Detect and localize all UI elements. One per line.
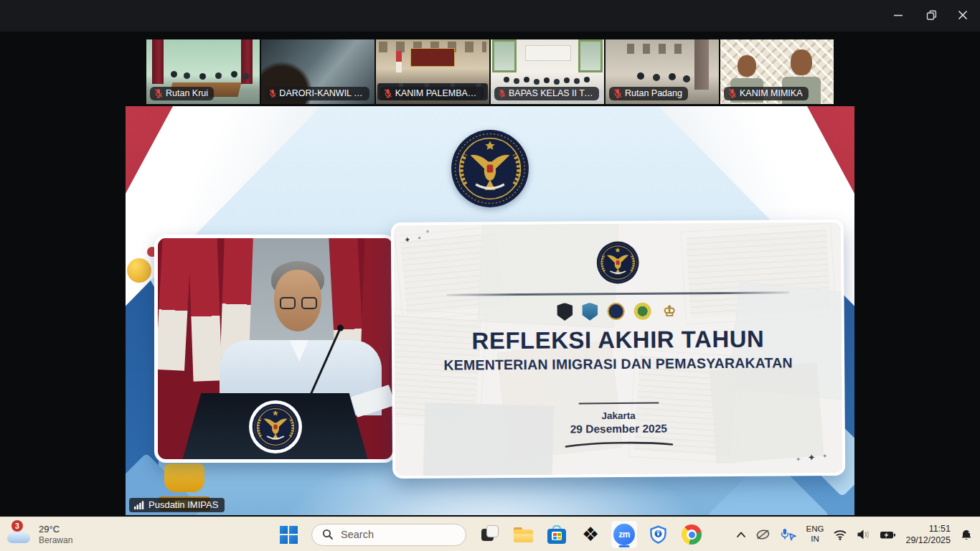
- video-preview: [152, 39, 164, 84]
- slide-divider: [446, 291, 789, 296]
- microsoft-store-button[interactable]: [543, 520, 570, 549]
- restore-button[interactable]: [921, 6, 941, 24]
- windows-taskbar: 3 29°C Berawan Search: [0, 517, 980, 551]
- dark-shield-emblem-icon: [557, 303, 573, 321]
- speaker-glasses: [278, 297, 319, 310]
- camera-off-icon: [755, 529, 771, 540]
- video-preview: [492, 39, 517, 72]
- search-placeholder: Search: [341, 529, 374, 540]
- hidden-icons-chevron[interactable]: [736, 531, 746, 538]
- close-button[interactable]: [953, 6, 973, 24]
- desktop: Rutan Krui DARORI-KANWIL DJI ... KANIM P…: [0, 0, 980, 551]
- muted-mic-icon: [728, 88, 737, 98]
- dropbox-button[interactable]: ❖: [577, 520, 604, 549]
- agency-emblems-row: ♔: [557, 301, 679, 321]
- restore-icon: [926, 10, 937, 21]
- navy-round-emblem-icon: [607, 303, 624, 320]
- chevron-up-icon: [736, 531, 746, 538]
- weather-widget[interactable]: 3 29°C Berawan: [7, 520, 72, 549]
- participant-tile[interactable]: KANIM PALEMBANG: [376, 39, 489, 104]
- muted-mic-icon: [269, 88, 276, 98]
- slide-ministry-logo: [595, 241, 639, 284]
- chrome-icon: [682, 524, 702, 545]
- taskbar-center: Search ❖ zm: [275, 517, 705, 551]
- chrome-button[interactable]: [678, 520, 705, 549]
- participant-name-pill: Rutan Krui: [150, 87, 214, 100]
- search-icon: [322, 529, 334, 540]
- windows-logo-icon: [280, 526, 298, 544]
- microsoft-store-icon: [547, 525, 566, 544]
- podium-emblem-logo: [249, 400, 302, 453]
- language-indicator[interactable]: ENG IN: [806, 524, 824, 545]
- close-icon: [958, 10, 968, 20]
- participant-name: KANIM PALEMBANG: [395, 88, 479, 98]
- task-view-button[interactable]: [476, 520, 503, 549]
- volume-indicator[interactable]: [857, 529, 870, 540]
- slide-title: REFLEKSI AKHIR TAHUN: [471, 326, 764, 355]
- notification-bell-icon: z: [960, 528, 973, 541]
- muted-mic-icon: [499, 88, 506, 98]
- participant-name-pill: Rutan Padang: [609, 87, 688, 100]
- slide-subtitle: KEMENTERIAN IMIGRASI DAN PEMASYARAKATAN: [443, 354, 792, 373]
- battery-indicator[interactable]: [880, 529, 896, 540]
- participant-name: BAPAS KELAS II TARA...: [509, 88, 593, 98]
- minimize-button[interactable]: [888, 6, 908, 24]
- notification-count-badge: 3: [11, 520, 23, 532]
- speaker-video-inset: [154, 235, 396, 463]
- camera-off-indicator[interactable]: [755, 529, 771, 540]
- security-shield-icon: [649, 525, 668, 545]
- zoom-icon: zm: [613, 524, 635, 545]
- swoosh-underline: [561, 440, 676, 449]
- muted-mic-icon: [154, 88, 163, 98]
- active-app-indicator: [619, 545, 630, 547]
- participant-name: Rutan Krui: [166, 88, 208, 98]
- gold-crest-emblem-icon: ♔: [660, 302, 679, 319]
- zoom-app-button[interactable]: zm: [611, 520, 638, 549]
- podium: [183, 393, 368, 459]
- weather-temperature: 29°C: [39, 524, 72, 534]
- tray-date: 29/12/2025: [905, 534, 951, 546]
- speaker-icon: [857, 529, 870, 540]
- wifi-indicator[interactable]: [833, 529, 847, 540]
- green-round-emblem-icon: [633, 303, 651, 320]
- file-explorer-button[interactable]: [509, 520, 537, 549]
- tray-time: 11:51: [905, 523, 951, 534]
- participant-tile[interactable]: KANIM MIMIKA: [720, 39, 834, 104]
- start-button[interactable]: [275, 520, 302, 549]
- cloud-weather-icon: 3: [7, 524, 33, 545]
- muted-mic-icon: [613, 88, 622, 98]
- microphone-in-use-indicator[interactable]: [780, 528, 797, 541]
- active-speaker-name: Pusdatin IMIPAS: [149, 499, 218, 510]
- notification-center-button[interactable]: z: [960, 528, 973, 541]
- system-tray: ENG IN: [736, 517, 973, 551]
- participant-filmstrip: Rutan Krui DARORI-KANWIL DJI ... KANIM P…: [146, 39, 837, 104]
- participant-name: Rutan Padang: [625, 88, 682, 98]
- video-preview: [627, 44, 684, 54]
- participant-tile[interactable]: Rutan Krui: [146, 39, 260, 104]
- muted-mic-icon: [384, 88, 392, 98]
- battery-charging-icon: [880, 529, 896, 540]
- participant-name-pill: KANIM MIMIKA: [724, 87, 809, 100]
- participant-tile[interactable]: DARORI-KANWIL DJI ...: [261, 39, 374, 104]
- svg-text:z: z: [969, 529, 971, 534]
- security-shield-button[interactable]: [644, 520, 672, 549]
- folder-icon: [514, 527, 533, 542]
- main-video-stage: ✦ ₊ ˚ ₊ ✦ ⁺ ♔ REFLEKSI AKHIR TAHUN KEMEN…: [126, 106, 854, 515]
- signal-bars-icon: [134, 500, 144, 509]
- presentation-slide: ✦ ₊ ˚ ₊ ✦ ⁺ ♔ REFLEKSI AKHIR TAHUN KEMEN…: [391, 220, 845, 479]
- ministry-emblem-logo: [451, 129, 529, 208]
- indonesian-flag: [156, 235, 192, 371]
- participant-name: KANIM MIMIKA: [740, 88, 803, 98]
- active-speaker-label: Pusdatin IMIPAS: [129, 498, 225, 512]
- search-input[interactable]: Search: [311, 524, 466, 546]
- slide-location: Jakarta: [601, 410, 635, 421]
- clock-widget[interactable]: 11:51 29/12/2025: [905, 523, 951, 547]
- blue-shield-emblem-icon: [582, 303, 598, 321]
- participant-tile[interactable]: Rutan Padang: [606, 39, 719, 104]
- wifi-icon: [833, 529, 847, 540]
- minimize-icon: [893, 10, 903, 20]
- participant-name-pill: KANIM PALEMBANG: [380, 87, 484, 100]
- participant-name-pill: BAPAS KELAS II TARA...: [494, 87, 599, 100]
- participant-tile[interactable]: BAPAS KELAS II TARA...: [491, 39, 604, 104]
- slide-date: 29 Desember 2025: [570, 423, 667, 436]
